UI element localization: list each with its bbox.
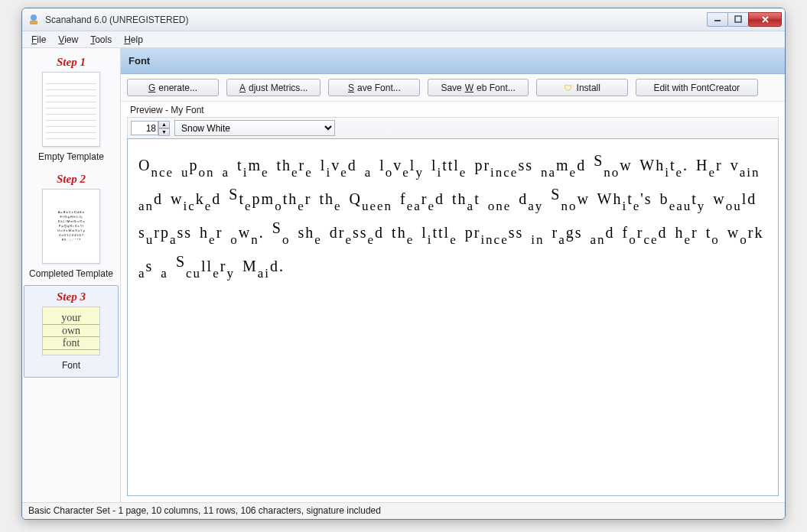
preview-area[interactable]: Once upon a time there lived a lovely li… — [127, 138, 779, 496]
step-1[interactable]: Step 1 Empty Template — [24, 51, 119, 168]
preview-group: Preview - My Font ▲ ▼ Snow White — [127, 103, 779, 496]
step-1-thumb — [42, 72, 100, 147]
menu-bar: File View Tools Help — [22, 31, 785, 48]
font-size-input[interactable] — [131, 121, 158, 135]
svg-point-0 — [31, 15, 37, 21]
app-window: Scanahand 6.0 (UNREGISTERED) File View T… — [21, 8, 786, 520]
status-bar: Basic Character Set - 1 page, 10 columns… — [22, 502, 785, 519]
wizard-sidebar: Step 1 Empty Template Step 2 A a B b C c… — [22, 48, 121, 502]
save-web-font-button[interactable]: Save Web Font... — [428, 79, 528, 96]
step-2-title: Step 2 — [25, 173, 117, 186]
menu-file[interactable]: File — [25, 33, 52, 47]
step-1-title: Step 1 — [25, 56, 117, 69]
svg-rect-3 — [735, 16, 741, 22]
section-header: Font — [121, 48, 785, 74]
step-1-label: Empty Template — [25, 151, 117, 162]
window-title: Scanahand 6.0 (UNREGISTERED) — [45, 15, 708, 25]
menu-view[interactable]: View — [52, 33, 84, 47]
step-3-label: Font — [26, 360, 116, 371]
generate-button[interactable]: Generate... — [127, 79, 219, 96]
titlebar[interactable]: Scanahand 6.0 (UNREGISTERED) — [22, 8, 785, 31]
step-2-thumb: A a B b C c D d E e F f G g H h I i J j … — [42, 189, 100, 264]
adjust-metrics-button[interactable]: Adjust Metrics... — [226, 79, 321, 96]
app-icon — [27, 13, 41, 27]
menu-tools[interactable]: Tools — [84, 33, 118, 47]
step-2-label: Completed Template — [25, 268, 117, 279]
step-2[interactable]: Step 2 A a B b C c D d E e F f G g H h I… — [24, 168, 119, 285]
preview-label: Preview - My Font — [127, 103, 779, 117]
window-controls — [708, 13, 782, 27]
step-3-thumb: your own font — [42, 307, 100, 355]
font-size-spinner[interactable]: ▲ ▼ — [131, 121, 170, 136]
step-3-title: Step 3 — [26, 290, 116, 303]
menu-help[interactable]: Help — [118, 33, 149, 47]
edit-fontcreator-button[interactable]: Edit with FontCreator — [636, 79, 758, 96]
main-panel: Font Generate... Adjust Metrics... Save … — [121, 48, 785, 502]
step-3[interactable]: Step 3 your own font Font — [24, 285, 119, 378]
close-button[interactable] — [748, 12, 782, 27]
minimize-button[interactable] — [707, 12, 728, 27]
uac-shield-icon: 🛡 — [564, 83, 572, 92]
save-font-button[interactable]: Save Font... — [328, 79, 420, 96]
svg-rect-1 — [30, 21, 37, 24]
spinner-down-icon[interactable]: ▼ — [158, 128, 170, 136]
preview-controls: ▲ ▼ Snow White — [127, 117, 779, 138]
install-button[interactable]: 🛡Install — [536, 79, 628, 96]
svg-rect-2 — [714, 20, 721, 21]
spinner-up-icon[interactable]: ▲ — [158, 121, 170, 128]
maximize-button[interactable] — [727, 12, 749, 27]
sample-text-select[interactable]: Snow White — [174, 120, 335, 136]
preview-text: Once upon a time there lived a lovely li… — [138, 148, 767, 283]
toolbar: Generate... Adjust Metrics... Save Font.… — [121, 74, 785, 102]
sample-text-combo[interactable]: Snow White — [174, 120, 335, 136]
